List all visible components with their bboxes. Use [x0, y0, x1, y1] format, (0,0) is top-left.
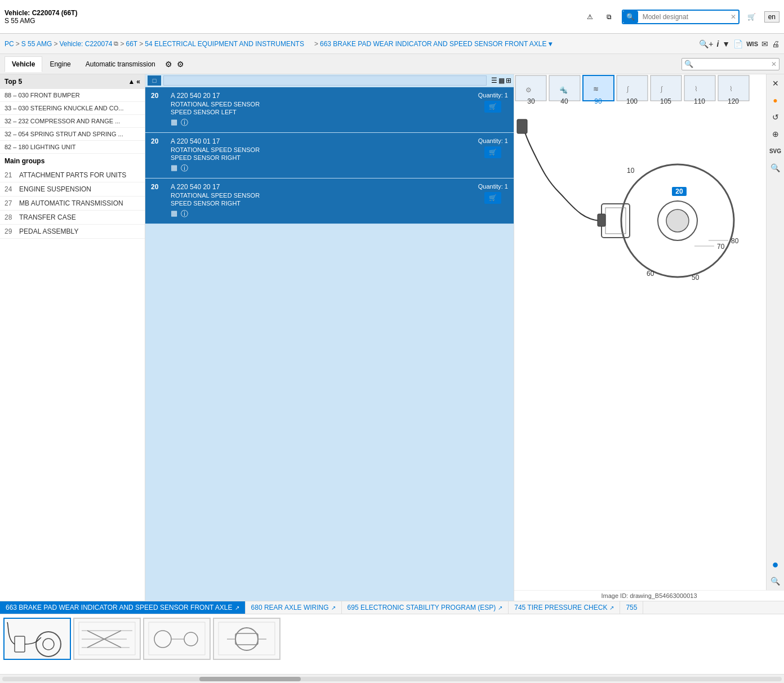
top5-item-4[interactable]: 82 – 180 LIGHTING UNIT: [0, 141, 145, 154]
svg-point-37: [36, 632, 61, 657]
filter-icon[interactable]: ▼: [722, 39, 730, 48]
svg-text:∫: ∫: [626, 85, 629, 93]
close-diagram-btn[interactable]: ✕: [769, 77, 782, 90]
group-item-21[interactable]: 21 ATTACHMENT PARTS FOR UNITS: [0, 168, 145, 182]
svg-text:70: 70: [717, 243, 725, 251]
add-to-cart-btn-2[interactable]: 🛒: [484, 192, 501, 204]
svg-rect-44: [149, 622, 205, 655]
parts-header: □ ☰ ▦ ⊞: [145, 74, 514, 87]
orange-circle-btn[interactable]: ●: [769, 93, 782, 107]
breadcrumb-vehicle[interactable]: Vehicle: C220074: [59, 40, 112, 48]
bottom-tab-755[interactable]: 755: [620, 601, 643, 614]
group-item-27[interactable]: 27 MB AUTOMATIC TRANSMISSION: [0, 197, 145, 211]
tab-ext-icon-0[interactable]: ↗: [235, 605, 239, 611]
language-selector[interactable]: en: [764, 11, 779, 23]
breadcrumb-pc[interactable]: PC: [5, 40, 14, 48]
part-table-icon-2[interactable]: ▦: [171, 209, 177, 219]
grid-view-icon[interactable]: ▦: [498, 77, 505, 84]
bottom-tab-745[interactable]: 745 TIRE PRESSURE CHECK ↗: [509, 601, 620, 614]
svg-text:∫: ∫: [660, 85, 663, 93]
top5-item-3[interactable]: 32 – 054 SPRING STRUT AND SPRING ...: [0, 128, 145, 141]
tab-ext-icon-3[interactable]: ↗: [609, 605, 614, 611]
bottom-tab-663[interactable]: 663 BRAKE PAD WEAR INDICATOR AND SPEED S…: [0, 601, 246, 614]
breadcrumb-dropdown-icon[interactable]: ▾: [549, 40, 552, 48]
tab-automatic[interactable]: Automatic transmission: [78, 56, 163, 72]
zoom-in-icon[interactable]: 🔍+: [699, 39, 713, 48]
svg-text:30: 30: [527, 97, 535, 105]
parts-name-col-header[interactable]: [163, 75, 487, 86]
part-row-0[interactable]: 20 A 220 540 20 17 ROTATIONAL SPEED SENS…: [145, 87, 514, 133]
tab-icon-2[interactable]: ⚙: [177, 60, 184, 69]
breadcrumb: PC > S 55 AMG > Vehicle: C220074 ⧉ > 66T…: [5, 40, 696, 48]
app-header: Vehicle: C220074 (66T) S 55 AMG ⚠ ⧉ 🔍 ✕ …: [0, 0, 784, 34]
part-info-icon-2[interactable]: ⓘ: [181, 209, 188, 219]
svg-text:110: 110: [694, 97, 705, 105]
part-row-1[interactable]: 20 A 220 540 01 17 ROTATIONAL SPEED SENS…: [145, 133, 514, 178]
add-to-cart-btn-1[interactable]: 🛒: [484, 146, 501, 158]
svg-btn[interactable]: SVG: [769, 144, 782, 158]
svg-rect-27: [598, 214, 605, 226]
thumb-680[interactable]: [73, 618, 141, 660]
add-to-cart-btn-0[interactable]: 🛒: [484, 101, 501, 113]
zoom-out-diagram-btn[interactable]: 🔍: [769, 574, 782, 588]
tab-engine[interactable]: Engine: [42, 56, 78, 72]
group-item-24[interactable]: 24 ENGINE SUSPENSION: [0, 182, 145, 197]
tab-vehicle[interactable]: Vehicle: [5, 56, 42, 72]
model-search-input[interactable]: [638, 11, 728, 23]
horizontal-scrollbar[interactable]: [0, 674, 784, 683]
top5-item-1[interactable]: 33 – 030 STEERING KNUCKLE AND CO...: [0, 102, 145, 115]
info-icon[interactable]: i: [716, 39, 719, 48]
image-id-bar: Image ID: drawing_B54663000013: [514, 590, 784, 601]
svg-rect-40: [79, 622, 135, 655]
top5-item-2[interactable]: 32 – 232 COMPRESSOR AND RANGE ...: [0, 115, 145, 128]
breadcrumb-66t[interactable]: 66T: [126, 40, 138, 48]
vehicle-model: S 55 AMG: [5, 17, 77, 25]
copy-icon[interactable]: ⧉: [602, 9, 617, 25]
search-clear-icon[interactable]: ✕: [728, 13, 738, 21]
svg-text:10: 10: [627, 167, 635, 175]
top5-collapse[interactable]: ▲ «: [128, 78, 140, 86]
group-item-29[interactable]: 29 PEDAL ASSEMBLY: [0, 225, 145, 239]
thumb-695[interactable]: [143, 618, 211, 660]
breadcrumb-663[interactable]: 663 BRAKE PAD WEAR INDICATOR AND SPEED S…: [320, 40, 547, 48]
bottom-section: 663 BRAKE PAD WEAR INDICATOR AND SPEED S…: [0, 601, 784, 674]
parts-check-col[interactable]: □: [148, 75, 161, 86]
left-panel: Top 5 ▲ « 88 – 030 FRONT BUMPER 33 – 030…: [0, 74, 145, 601]
tab-icon-1[interactable]: ⚙: [165, 60, 172, 69]
tab-search-clear[interactable]: ✕: [769, 60, 779, 68]
bottom-tab-695[interactable]: 695 ELECTRONIC STABILITY PROGRAM (ESP) ↗: [342, 601, 509, 614]
undo-btn[interactable]: ↺: [769, 110, 782, 124]
cart-icon[interactable]: 🛒: [744, 9, 760, 25]
list-view-icon[interactable]: ☰: [491, 77, 497, 84]
vehicle-copy-icon[interactable]: ⧉: [114, 40, 118, 47]
tab-search-input[interactable]: [696, 59, 769, 70]
thumb-745[interactable]: [213, 618, 280, 660]
part-row-2[interactable]: 20 A 220 540 20 17 ROTATIONAL SPEED SENS…: [145, 178, 514, 224]
expand-icon[interactable]: ⊞: [506, 77, 511, 84]
breadcrumb-s55amg[interactable]: S 55 AMG: [21, 40, 52, 48]
tab-ext-icon-1[interactable]: ↗: [331, 605, 336, 611]
svg-text:🔩: 🔩: [559, 86, 568, 94]
zoom-in-diagram-btn[interactable]: 🔍: [769, 161, 782, 175]
bottom-tab-680[interactable]: 680 REAR AXLE WIRING ↗: [246, 601, 342, 614]
wis-icon[interactable]: WIS: [746, 41, 758, 47]
search-icon[interactable]: 🔍: [623, 11, 638, 23]
part-table-icon[interactable]: ▦: [171, 118, 177, 128]
warning-icon[interactable]: ⚠: [582, 9, 598, 25]
top5-item-0[interactable]: 88 – 030 FRONT BUMPER: [0, 89, 145, 102]
group-item-28[interactable]: 28 TRANSFER CASE: [0, 211, 145, 225]
breadcrumb-electrical[interactable]: 54 ELECTRICAL EQUIPMENT AND INSTRUMENTS: [145, 40, 304, 48]
tab-ext-icon-2[interactable]: ↗: [498, 605, 502, 611]
part-table-icon-1[interactable]: ▦: [171, 163, 177, 173]
scrollbar-thumb[interactable]: [199, 677, 301, 681]
thumb-663[interactable]: [3, 618, 71, 660]
print-icon[interactable]: 🖨: [772, 39, 779, 48]
part-info-icon[interactable]: ⓘ: [181, 118, 188, 128]
top5-header: Top 5 ▲ «: [0, 74, 145, 89]
document-icon[interactable]: 📄: [733, 39, 743, 48]
crosshair-btn[interactable]: ⊕: [769, 127, 782, 141]
part-info-icon-1[interactable]: ⓘ: [181, 163, 188, 173]
blue-dot-btn[interactable]: ●: [769, 557, 782, 571]
mail-icon[interactable]: ✉: [761, 39, 768, 48]
svg-text:⚙: ⚙: [525, 86, 532, 94]
